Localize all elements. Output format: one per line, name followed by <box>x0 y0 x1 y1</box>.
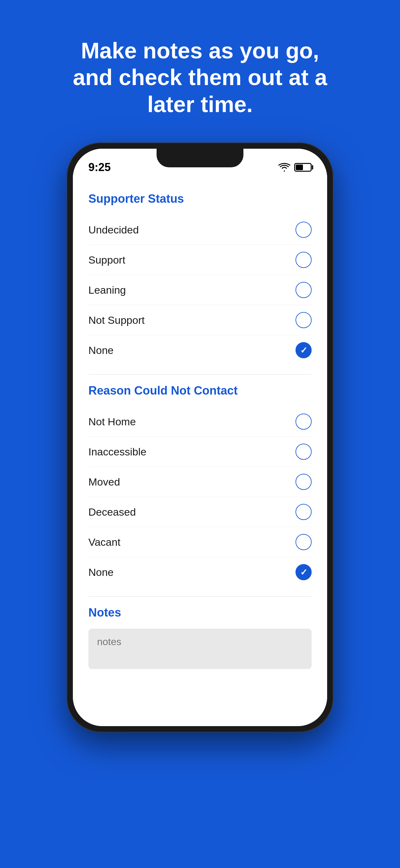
phone-frame: 9:25 Supporter Status <box>67 143 333 732</box>
status-time: 9:25 <box>88 161 111 174</box>
not-home-radio[interactable] <box>296 413 312 430</box>
deceased-label: Deceased <box>88 506 136 518</box>
support-radio[interactable] <box>296 252 312 268</box>
moved-radio[interactable] <box>296 474 312 490</box>
moved-label: Moved <box>88 476 120 488</box>
phone-content[interactable]: Supporter Status Undecided Support Leani… <box>73 180 327 726</box>
leaning-radio[interactable] <box>296 282 312 298</box>
supporter-none-radio[interactable] <box>296 342 312 358</box>
reason-none-row[interactable]: None <box>88 557 312 587</box>
inaccessible-label: Inaccessible <box>88 446 146 458</box>
notes-title: Notes <box>88 606 312 619</box>
not-support-row[interactable]: Not Support <box>88 305 312 335</box>
notch <box>157 149 243 167</box>
reason-none-label: None <box>88 566 113 578</box>
undecided-row[interactable]: Undecided <box>88 215 312 245</box>
inaccessible-row[interactable]: Inaccessible <box>88 437 312 467</box>
battery-icon <box>294 163 312 172</box>
deceased-radio[interactable] <box>296 504 312 520</box>
supporter-none-row[interactable]: None <box>88 335 312 365</box>
vacant-row[interactable]: Vacant <box>88 527 312 557</box>
battery-fill <box>296 164 303 170</box>
notes-input[interactable] <box>88 629 312 669</box>
divider-1 <box>88 374 312 375</box>
leaning-row[interactable]: Leaning <box>88 275 312 305</box>
status-icons <box>278 163 312 172</box>
divider-2 <box>88 596 312 597</box>
supporter-none-label: None <box>88 344 113 356</box>
not-support-radio[interactable] <box>296 312 312 328</box>
reason-not-contact-title: Reason Could Not Contact <box>88 384 312 397</box>
undecided-label: Undecided <box>88 224 139 236</box>
support-label: Support <box>88 254 125 266</box>
vacant-radio[interactable] <box>296 534 312 550</box>
vacant-label: Vacant <box>88 536 120 548</box>
inaccessible-radio[interactable] <box>296 444 312 460</box>
wifi-icon <box>278 163 291 172</box>
supporter-status-title: Supporter Status <box>88 192 312 206</box>
leaning-label: Leaning <box>88 284 126 296</box>
phone-screen: 9:25 Supporter Status <box>73 149 327 726</box>
support-row[interactable]: Support <box>88 245 312 275</box>
notes-section: Notes <box>88 606 312 670</box>
status-bar: 9:25 <box>73 149 327 180</box>
reason-none-radio[interactable] <box>296 564 312 580</box>
supporter-status-section: Supporter Status Undecided Support Leani… <box>88 192 312 365</box>
undecided-radio[interactable] <box>296 222 312 238</box>
deceased-row[interactable]: Deceased <box>88 497 312 527</box>
not-support-label: Not Support <box>88 314 144 326</box>
not-home-row[interactable]: Not Home <box>88 407 312 437</box>
not-home-label: Not Home <box>88 416 136 428</box>
reason-not-contact-section: Reason Could Not Contact Not Home Inacce… <box>88 384 312 587</box>
moved-row[interactable]: Moved <box>88 467 312 497</box>
hero-text: Make notes as you go, and check them out… <box>29 0 371 143</box>
